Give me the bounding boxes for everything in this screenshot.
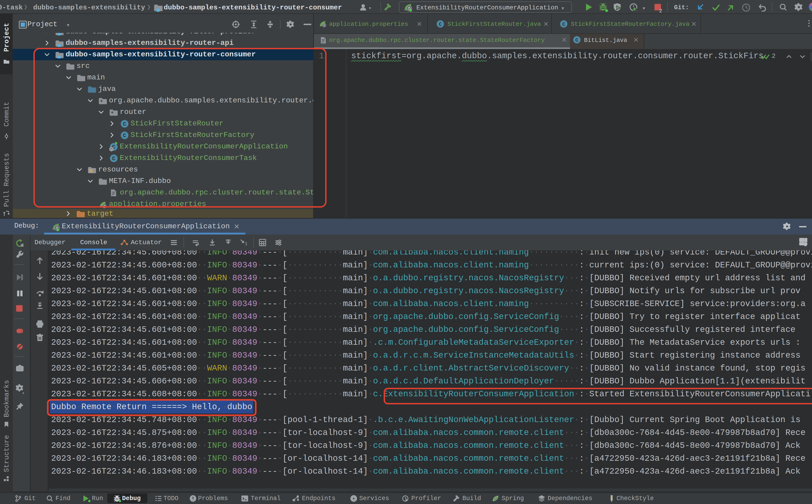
svg-text:I: I xyxy=(245,241,247,246)
